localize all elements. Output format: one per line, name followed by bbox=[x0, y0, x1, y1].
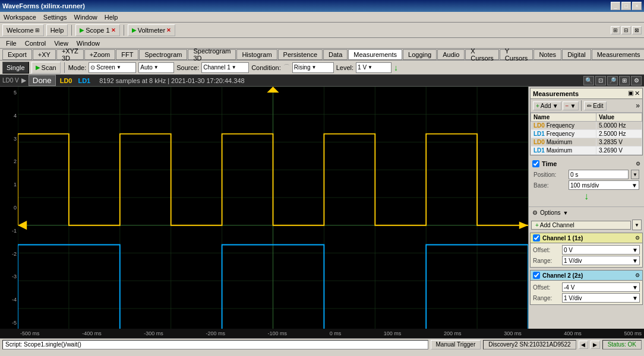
tab-histogram[interactable]: Histogram bbox=[236, 49, 277, 60]
tab-fft[interactable]: FFT bbox=[116, 49, 138, 60]
remove-measurement-btn[interactable]: − ▼ bbox=[563, 101, 579, 110]
help-button[interactable]: Help bbox=[46, 24, 68, 36]
time-options-btn[interactable]: ⚙ bbox=[636, 161, 640, 167]
scope-bar: LD0 V ▶ Done LD0 LD1 8192 samples at 8 k… bbox=[0, 75, 644, 87]
ch2-options-btn[interactable]: ⚙ bbox=[635, 272, 640, 278]
auto-dropdown[interactable]: Auto ▼ bbox=[138, 62, 174, 73]
channel1-header: Channel 1 (1±) ⚙ bbox=[531, 233, 642, 243]
minimize-button[interactable]: _ bbox=[611, 2, 620, 10]
position-arrow-btn[interactable]: ▼ bbox=[631, 170, 639, 179]
maximize-button[interactable]: □ bbox=[621, 2, 631, 10]
menu-settings[interactable]: Settings bbox=[40, 12, 71, 22]
tab-data[interactable]: Data bbox=[323, 49, 348, 60]
ch2-offset-dropdown[interactable]: -4 V ▼ bbox=[562, 282, 640, 292]
x-axis: -500 ms -400 ms -300 ms -200 ms -100 ms … bbox=[0, 329, 644, 338]
tab-measurements2[interactable]: Measurements bbox=[592, 49, 644, 60]
done-button[interactable]: Done bbox=[29, 75, 56, 86]
measurements-close-btn[interactable]: ✕ bbox=[634, 90, 640, 97]
ch1-offset-dropdown[interactable]: 0 V ▼ bbox=[562, 245, 640, 255]
edit-measurement-btn[interactable]: ✏ Edit bbox=[584, 101, 606, 110]
menu-window2[interactable]: Window bbox=[73, 39, 103, 48]
single-button[interactable]: Single bbox=[2, 62, 29, 74]
add-measurement-btn[interactable]: + Add ▼ bbox=[533, 101, 561, 110]
time-checkbox[interactable] bbox=[532, 160, 539, 167]
ch2-range-dropdown[interactable]: 1 V/div ▼ bbox=[562, 293, 640, 303]
mode-text: Screen bbox=[96, 64, 115, 71]
level-dropdown[interactable]: 1 V ▼ bbox=[356, 62, 392, 73]
scope-canvas[interactable]: 5 4 3 2 1 0 -1 -2 -3 -4 -5 bbox=[0, 87, 528, 329]
measurements-restore-btn[interactable]: ▣ bbox=[628, 90, 633, 97]
panel-btn1[interactable]: ⊞ bbox=[611, 26, 620, 34]
right-panel: Measurements ▣ ✕ + Add ▼ − ▼ ✏ bbox=[528, 87, 644, 329]
zoom-reset-btn[interactable]: ⊞ bbox=[619, 76, 630, 85]
welcome-button[interactable]: Welcome ⊞ bbox=[2, 24, 44, 36]
controls-bar: Single ▶ Scan Mode: ⊙ Screen ▼ Auto ▼ So… bbox=[0, 61, 644, 75]
panel-btn2[interactable]: ⊟ bbox=[621, 26, 631, 34]
down-arrow-indicator: ↓ bbox=[535, 191, 638, 202]
play-icon: ▶ bbox=[80, 27, 84, 33]
close-icon2[interactable]: ✕ bbox=[166, 27, 171, 33]
meas-row-2: LD1 Frequency 2.5000 Hz bbox=[531, 130, 642, 138]
scope-settings-btn[interactable]: ⚙ bbox=[631, 76, 642, 85]
zoom-in-btn[interactable]: 🔍 bbox=[583, 76, 594, 85]
add-label: Add bbox=[541, 103, 551, 109]
options-header[interactable]: ⚙ Options ▼ bbox=[531, 208, 642, 217]
scope-button[interactable]: ▶ Scope 1 ✕ bbox=[75, 24, 119, 36]
tab-measurements[interactable]: Measurements bbox=[348, 49, 402, 60]
col-name: Name bbox=[531, 113, 596, 122]
tab-digital[interactable]: Digital bbox=[562, 49, 591, 60]
condition-dropdown[interactable]: Rising ▼ bbox=[292, 62, 334, 73]
tab-xcursors[interactable]: X Cursors bbox=[465, 49, 499, 60]
svg-marker-23 bbox=[267, 87, 279, 93]
base-row: Base: 100 ms/div ▼ bbox=[533, 180, 639, 190]
tab-spectrogram3d[interactable]: Spectrogram 3D bbox=[188, 49, 236, 60]
add-channel-btn[interactable]: + Add Channel bbox=[531, 221, 631, 230]
x-label-6: 100 ms bbox=[384, 330, 402, 336]
ch2-checkbox[interactable] bbox=[533, 272, 540, 279]
tab-logging[interactable]: Logging bbox=[403, 49, 437, 60]
ch1-offset-arrow: ▼ bbox=[632, 247, 638, 253]
tab-zoom[interactable]: +Zoom bbox=[84, 49, 116, 60]
tab-audio[interactable]: Audio bbox=[437, 49, 465, 60]
menu-control[interactable]: Control bbox=[21, 39, 49, 48]
menu-file[interactable]: File bbox=[2, 39, 20, 48]
ch1-checkbox[interactable] bbox=[533, 234, 540, 241]
status-arrow-btn[interactable]: ◀ bbox=[579, 341, 588, 349]
zoom-fit-btn[interactable]: ⊡ bbox=[595, 76, 606, 85]
menu-view[interactable]: View bbox=[50, 39, 72, 48]
meas-ch-2: LD1 bbox=[533, 131, 545, 137]
ch1-range-dropdown[interactable]: 1 V/div ▼ bbox=[562, 256, 640, 265]
tab-xy[interactable]: +XY bbox=[33, 49, 56, 60]
tab-persistence[interactable]: Persistence bbox=[278, 49, 323, 60]
voltmeter-button[interactable]: ▶ Voltmeter ✕ bbox=[128, 24, 175, 36]
ld0-badge[interactable]: LD0 bbox=[58, 77, 74, 84]
position-dropdown[interactable]: 0 s bbox=[569, 170, 629, 179]
close-icon[interactable]: ✕ bbox=[111, 27, 116, 33]
menu-workspace[interactable]: Workspace bbox=[0, 12, 40, 22]
mode-dropdown[interactable]: ⊙ Screen ▼ bbox=[89, 62, 136, 73]
manual-trigger-btn[interactable]: Manual Trigger bbox=[431, 340, 481, 349]
expand-icon[interactable]: » bbox=[636, 101, 640, 110]
menu-window[interactable]: Window bbox=[71, 12, 101, 22]
ld1-badge[interactable]: LD1 bbox=[76, 77, 92, 84]
measurements-title: Measurements bbox=[533, 90, 579, 97]
separator2 bbox=[124, 25, 124, 36]
panel-btn3[interactable]: ⊠ bbox=[632, 26, 642, 34]
base-dropdown[interactable]: 100 ms/div ▼ bbox=[569, 180, 639, 190]
source-dropdown[interactable]: Channel 1 ▼ bbox=[201, 62, 249, 73]
zoom-out-btn[interactable]: 🔎 bbox=[607, 76, 618, 85]
tab-xyz3d[interactable]: +XYZ 3D bbox=[56, 49, 84, 60]
menu-help[interactable]: Help bbox=[101, 12, 122, 22]
position-value: 0 s bbox=[570, 171, 578, 178]
gear-icon: ⚙ bbox=[532, 209, 538, 216]
status-arrow-btn2[interactable]: ▶ bbox=[591, 341, 600, 349]
ch2-range-value: 1 V/div bbox=[564, 295, 582, 301]
tab-ycursors[interactable]: Y Cursors bbox=[500, 49, 533, 60]
tab-spectrogram[interactable]: Spectrogram bbox=[139, 49, 187, 60]
tab-notes[interactable]: Notes bbox=[533, 49, 561, 60]
close-button[interactable]: × bbox=[632, 2, 642, 10]
tab-export[interactable]: Export bbox=[2, 49, 32, 60]
add-channel-dropdown-btn[interactable]: ▼ bbox=[632, 220, 642, 230]
ch1-options-btn[interactable]: ⚙ bbox=[635, 235, 640, 241]
scan-button[interactable]: ▶ Scan bbox=[31, 62, 61, 74]
